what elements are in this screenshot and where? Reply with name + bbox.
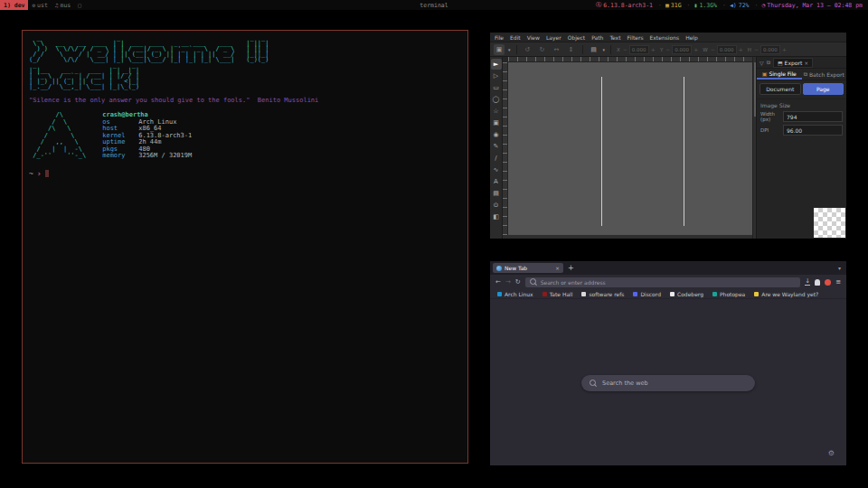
terminal-window[interactable]: _ _ _ _ \ \ __ __ ___ | | ___ ___ _ __ _… <box>22 30 468 464</box>
workspace-window[interactable]: □ <box>74 0 85 10</box>
browser-window[interactable]: New Tab × + ▾ ← → ↻ Search or enter addr… <box>490 261 846 465</box>
bookmark-item[interactable]: software refs <box>581 291 624 297</box>
increment-icon[interactable]: + <box>781 46 788 52</box>
increment-icon[interactable]: + <box>650 46 656 52</box>
box-3d-tool-icon[interactable]: ▣ <box>491 117 502 128</box>
decrement-icon[interactable]: − <box>665 46 671 52</box>
reload-button[interactable]: ↻ <box>515 278 521 286</box>
menu-layer[interactable]: Layer <box>546 34 561 41</box>
back-button[interactable]: ← <box>495 278 501 286</box>
active-tab[interactable]: New Tab × <box>493 263 563 273</box>
coordinate-fields: X−0.000+Y−0.000+W−0.000+H−0.000+ <box>617 45 788 54</box>
decrement-icon[interactable]: − <box>753 46 760 52</box>
bookmark-item[interactable]: Photopea <box>712 291 745 297</box>
tab-close-icon[interactable]: × <box>555 265 560 271</box>
workspace-list: 1) dev⚙ust♫mus□ <box>0 0 85 10</box>
selector-tool-icon[interactable]: ► <box>491 59 502 70</box>
shell-prompt[interactable]: ~ › <box>29 170 461 178</box>
guide-line[interactable] <box>601 77 602 226</box>
bookmark-item[interactable]: Codeberg <box>670 291 703 297</box>
menu-text[interactable]: Text <box>609 34 620 41</box>
menu-hamburger-icon[interactable]: ≡ <box>835 278 841 286</box>
forward-button[interactable]: → <box>505 278 511 286</box>
selector-mode-icon[interactable]: ▣ <box>494 44 505 55</box>
tab-batch-export[interactable]: ⧉ Batch Export <box>802 69 847 80</box>
increment-icon[interactable]: + <box>693 46 699 52</box>
adblock-extension-icon[interactable] <box>825 279 831 286</box>
close-icon[interactable]: × <box>804 60 808 66</box>
bookmark-label: Tate Hall <box>550 291 573 297</box>
menu-filters[interactable]: Filters <box>627 34 644 41</box>
field-value[interactable]: 0.000 <box>672 45 692 54</box>
field-label: Y <box>660 47 663 52</box>
window-icon: □ <box>78 2 81 8</box>
dock-header: ▽ ⧉ ⬒ Export × <box>757 57 846 69</box>
downloads-icon[interactable]: ↓ <box>805 278 810 286</box>
menu-file[interactable]: File <box>495 34 504 41</box>
docked-dialog-icon[interactable]: ▽ <box>760 60 764 66</box>
guide-line[interactable] <box>684 77 684 226</box>
decrement-icon[interactable]: − <box>622 46 628 52</box>
bookmark-item[interactable]: Arch Linux <box>497 291 533 297</box>
node-editor-tool-icon[interactable]: ▷ <box>491 70 502 81</box>
separator: · <box>754 2 758 9</box>
bookmark-item[interactable]: Discord <box>633 291 661 297</box>
text-tool-icon[interactable]: A <box>491 176 502 187</box>
calligraphy-tool-icon[interactable]: ∿ <box>491 164 502 175</box>
export-tab-label: Export <box>785 60 803 66</box>
menu-view[interactable]: View <box>527 34 540 41</box>
dropper-tool-icon[interactable]: ⊙ <box>491 200 502 211</box>
page-button[interactable]: Page <box>803 83 844 95</box>
globe-favicon-icon <box>496 266 502 271</box>
increment-icon[interactable]: + <box>738 46 744 52</box>
document-button[interactable]: Document <box>760 83 801 95</box>
flip-horizontal-icon[interactable]: ↔ <box>552 44 562 55</box>
bookmark-item[interactable]: Are we Wayland yet? <box>754 291 818 297</box>
new-tab-button[interactable]: + <box>568 264 574 272</box>
menu-extensions[interactable]: Extensions <box>650 34 680 41</box>
paint-bucket-tool-icon[interactable]: ◧ <box>491 211 502 222</box>
dropdown-arrow-icon[interactable]: ▾ <box>603 47 606 52</box>
new-tab-page: Search the web ⚙ <box>490 299 846 465</box>
inkscape-window[interactable]: FileEditViewLayerObjectPathTextFiltersEx… <box>490 33 846 239</box>
spiral-tool-icon[interactable]: ◉ <box>491 129 502 140</box>
gradient-tool-icon[interactable]: ▤ <box>491 188 502 199</box>
menu-help[interactable]: Help <box>685 34 698 41</box>
pencil-tool-icon[interactable]: ✎ <box>491 141 502 152</box>
workspace-1) dev[interactable]: 1) dev <box>0 0 28 10</box>
field-value[interactable]: 0.000 <box>629 45 649 54</box>
list-tabs-chevron-icon[interactable]: ▾ <box>838 265 844 271</box>
ellipse-tool-icon[interactable]: ◯ <box>491 94 502 105</box>
horizontal-scrollbar[interactable] <box>503 235 752 239</box>
field-value[interactable]: 0.000 <box>717 45 737 54</box>
dpi-input[interactable]: 96.00 <box>783 125 843 136</box>
export-icon: ⬒ <box>778 60 783 66</box>
workspace-ust[interactable]: ⚙ust <box>28 0 51 10</box>
personalize-gear-icon[interactable]: ⚙ <box>828 449 835 457</box>
flip-vertical-icon[interactable]: ↕ <box>566 44 577 55</box>
docked-dialog-icon[interactable]: ⧉ <box>767 59 770 66</box>
status-volume: ◀)72%· <box>730 2 759 9</box>
bookmark-item[interactable]: Tate Hall <box>542 291 573 297</box>
tab-single-file[interactable]: ▣ Single File <box>757 69 802 80</box>
extension-ghost-icon[interactable] <box>815 279 820 286</box>
star-tool-icon[interactable]: ☆ <box>491 106 502 117</box>
dropdown-arrow-icon[interactable]: ▾ <box>508 47 511 52</box>
workspace-mus[interactable]: ♫mus <box>52 0 74 10</box>
decrement-icon[interactable]: − <box>710 46 716 52</box>
menu-edit[interactable]: Edit <box>510 34 521 41</box>
menu-object[interactable]: Object <box>568 34 586 41</box>
pen-tool-icon[interactable]: ∕ <box>491 153 502 164</box>
field-value[interactable]: 0.000 <box>760 45 780 54</box>
menu-path[interactable]: Path <box>591 34 603 41</box>
inkscape-canvas[interactable] <box>508 62 752 235</box>
rectangle-tool-icon[interactable]: ▭ <box>491 82 502 93</box>
align-menu-icon[interactable]: ▤ <box>589 44 599 55</box>
status-text: 6.13.8-arch3-1 <box>603 2 653 9</box>
width-input[interactable]: 794 <box>783 111 843 122</box>
rotate-ccw-icon[interactable]: ↺ <box>523 44 533 55</box>
rotate-cw-icon[interactable]: ↻ <box>537 44 548 55</box>
url-bar[interactable]: Search or enter address <box>525 277 801 287</box>
web-search-box[interactable]: Search the web <box>581 375 755 391</box>
export-dialog-tab[interactable]: ⬒ Export × <box>773 58 813 68</box>
